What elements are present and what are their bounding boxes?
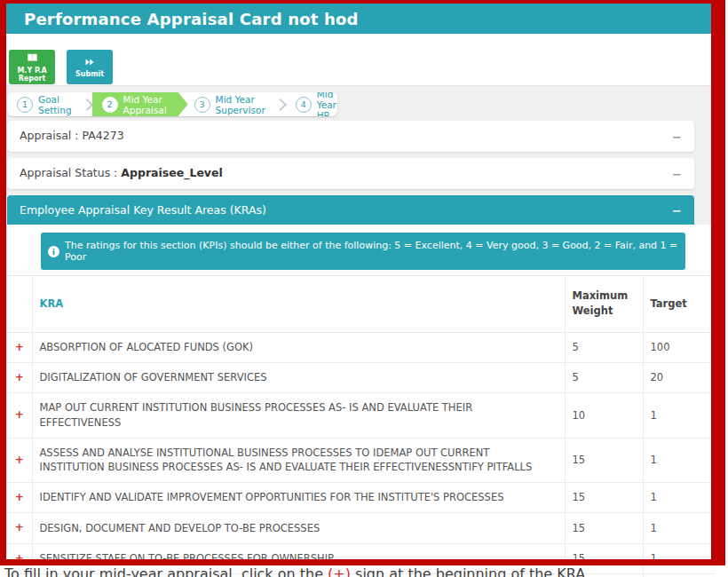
kra-section: Employee Appraisal Key Result Areas (KRA… xyxy=(7,195,714,577)
submit-label: Submit xyxy=(75,70,104,78)
expand-plus-button[interactable]: + xyxy=(7,438,32,482)
target-cell: 1 xyxy=(643,543,714,573)
step-label: Goal Setting xyxy=(38,94,72,115)
ratings-info-text: The ratings for this section (KPIs) shou… xyxy=(65,240,678,263)
step-number: 2 xyxy=(102,97,118,113)
max-weight-cell: 15 xyxy=(565,513,643,543)
ratings-info-banner: i The ratings for this section (KPIs) sh… xyxy=(41,233,685,270)
kra-cell: MAP OUT CURRENT INSTITUTION BUSINESS PRO… xyxy=(32,393,565,438)
kra-table-row: + ASSESS AND ANALYSE INSTITUTIONAL BUSIN… xyxy=(7,438,714,482)
expand-plus-button[interactable]: + xyxy=(7,332,32,362)
appraisal-value: PA4273 xyxy=(83,129,124,142)
target-cell: 1 xyxy=(643,438,714,482)
target-cell: 1 xyxy=(643,482,714,512)
title-bar: Performance Appraisal Card not hod xyxy=(6,4,722,34)
appraisal-status-panel: Appraisal Status : Appraisee_Level − xyxy=(7,158,694,189)
kra-cell: IDENTIFY AND VALIDATE IMPROVEMENT OPPORT… xyxy=(32,482,565,512)
step-label: Mid Year Appraisal xyxy=(123,94,167,115)
expand-plus-button[interactable]: + xyxy=(7,362,32,392)
kra-table-header-row: KRA Maximum Weight Target xyxy=(7,276,714,333)
kra-table-row: + MAP OUT CURRENT INSTITUTION BUSINESS P… xyxy=(7,393,714,438)
book-icon xyxy=(25,51,40,64)
kra-cell: DESIGN, DOCUMENT AND DEVELOP TO-BE PROCE… xyxy=(32,513,565,543)
kra-table-row: + IDENTIFY AND VALIDATE IMPROVEMENT OPPO… xyxy=(7,482,714,512)
max-weight-cell: 15 xyxy=(565,438,643,482)
expand-column-header xyxy=(7,276,32,333)
fast-forward-icon xyxy=(83,57,97,67)
step-mid-year-supervisor[interactable]: 3 Mid Year Supervisor xyxy=(185,92,275,116)
my-pa-report-button[interactable]: M.Y P.A Report xyxy=(9,50,55,84)
expand-plus-button[interactable]: + xyxy=(7,393,32,438)
collapse-minus-icon[interactable]: − xyxy=(672,130,682,142)
hint-plus-sign: (+) xyxy=(328,565,351,577)
step-number: 1 xyxy=(17,97,33,113)
max-weight-cell: 15 xyxy=(565,482,643,512)
hint-suffix: sign at the beginning of the KRA xyxy=(351,565,585,577)
kra-section-title: Employee Appraisal Key Result Areas (KRA… xyxy=(20,203,266,217)
chevron-right-icon xyxy=(81,98,93,110)
kra-table-row: + ABSORPTION OF ALOCATED FUNDS (GOK) 5 1… xyxy=(7,332,714,362)
target-cell: 1 xyxy=(643,513,714,543)
kra-cell: ASSESS AND ANALYSE INSTITUTIONAL BUSINES… xyxy=(32,438,565,482)
step-number: 4 xyxy=(296,97,312,113)
max-weight-cell: 10 xyxy=(565,393,643,438)
collapse-minus-icon[interactable]: − xyxy=(672,204,682,216)
step-label: Mid Year HR xyxy=(317,92,336,116)
toolbar: M.Y P.A Report Submit xyxy=(6,34,722,86)
step-number: 3 xyxy=(194,97,210,113)
wizard-steps: 1 Goal Setting 2 Mid Year Appraisal 3 Mi… xyxy=(7,92,337,116)
page-title: Performance Appraisal Card not hod xyxy=(24,10,359,28)
step-mid-year-appraisal[interactable]: 2 Mid Year Appraisal xyxy=(92,92,188,116)
kra-table: KRA Maximum Weight Target + ABSORPTION O… xyxy=(7,275,714,577)
step-label: Mid Year Supervisor xyxy=(216,94,265,115)
target-cell: 100 xyxy=(643,332,714,362)
info-icon: i xyxy=(48,246,59,257)
collapse-minus-icon[interactable]: − xyxy=(672,168,682,179)
kra-section-body: i The ratings for this section (KPIs) sh… xyxy=(7,225,714,577)
target-cell: 1 xyxy=(643,574,714,577)
appraisal-label: Appraisal : xyxy=(20,129,79,142)
chevron-right-icon xyxy=(274,98,287,110)
kra-table-body: + ABSORPTION OF ALOCATED FUNDS (GOK) 5 1… xyxy=(7,332,714,577)
kra-table-row: + DESIGN, DOCUMENT AND DEVELOP TO-BE PRO… xyxy=(7,513,714,543)
max-weight-cell: 5 xyxy=(565,332,643,362)
expand-plus-button[interactable]: + xyxy=(7,513,32,543)
kra-cell: ABSORPTION OF ALOCATED FUNDS (GOK) xyxy=(32,332,565,362)
step-mid-year-hr[interactable]: 4 Mid Year HR xyxy=(286,92,337,116)
appraisal-status-label: Appraisal Status : xyxy=(20,166,117,179)
target-cell: 1 xyxy=(643,393,714,438)
step-goal-setting[interactable]: 1 Goal Setting xyxy=(7,92,82,116)
max-weight-cell: 5 xyxy=(565,362,643,392)
kra-cell: DIGITALIZATION OF GOVERNMENT SERVICES xyxy=(32,362,565,392)
max-weight-column-header: Maximum Weight xyxy=(565,276,643,333)
my-pa-report-label: M.Y P.A Report xyxy=(14,67,50,83)
submit-button[interactable]: Submit xyxy=(67,50,113,84)
appraisal-status-value: Appraisee_Level xyxy=(121,166,222,179)
appraisal-panel: Appraisal : PA4273 − xyxy=(7,121,694,152)
kra-table-row: + DIGITALIZATION OF GOVERNMENT SERVICES … xyxy=(7,362,714,392)
kra-section-header: Employee Appraisal Key Result Areas (KRA… xyxy=(7,195,694,225)
target-column-header: Target xyxy=(643,276,714,333)
footer-hint: To fill in your mid-year appraisal, clic… xyxy=(4,565,585,577)
target-cell: 20 xyxy=(643,362,714,392)
kra-column-header: KRA xyxy=(32,276,565,333)
main-content: 1 Goal Setting 2 Mid Year Appraisal 3 Mi… xyxy=(6,86,722,559)
hint-prefix: To fill in your mid-year appraisal, clic… xyxy=(4,565,328,577)
expand-plus-button[interactable]: + xyxy=(7,482,32,512)
